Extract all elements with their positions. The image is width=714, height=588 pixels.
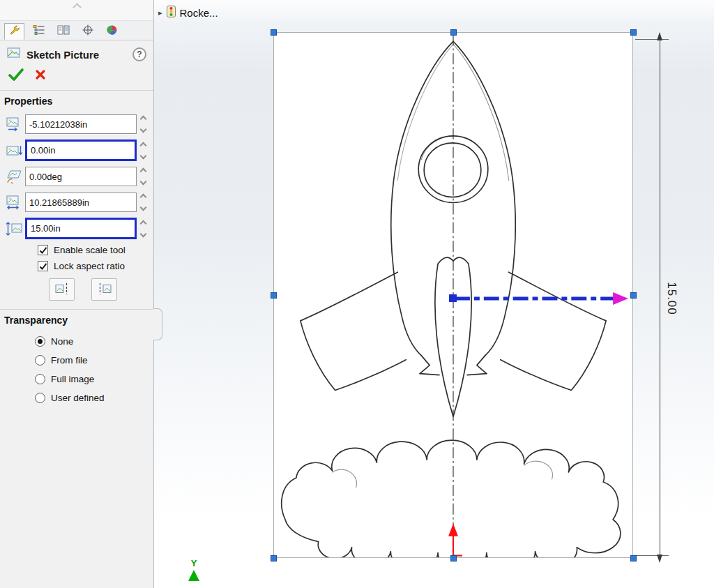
selection-handle-bottom-left[interactable] [271,555,277,561]
align-buttons [49,278,153,301]
splitter-chevron-icon [73,3,82,12]
scale-line-grip[interactable] [449,294,457,302]
selection-handle-bottom-center[interactable] [450,555,457,561]
picture-position-x-icon [3,116,25,133]
enable-scale-tool-checkbox[interactable] [38,245,48,255]
wrench-tool-icon [8,24,21,38]
tab-property-manager[interactable] [4,23,24,40]
sketch-origin [448,524,462,556]
align-picture-left-icon [54,282,70,298]
panel-splitter[interactable] [0,0,153,21]
align-picture-right-button[interactable] [91,278,117,301]
position-y-input[interactable] [25,140,137,161]
part-document-icon [167,6,176,20]
solidworks-window: Sketch Picture ? Properties [0,0,714,588]
width-spinner[interactable] [137,192,149,213]
align-picture-left-button[interactable] [49,278,75,301]
transparency-user-defined-row: User defined [35,393,148,403]
crosshair-icon [82,24,94,38]
panel-title: Sketch Picture [26,49,127,61]
cancel-button[interactable] [35,69,46,82]
selection-handle-mid-left[interactable] [271,292,277,299]
feature-tree-icon [33,24,45,38]
transparency-none-label: None [51,336,73,347]
position-y-spinner[interactable] [137,140,149,161]
tab-display-manager[interactable] [102,23,122,40]
y-axis-label: Y [183,559,204,568]
tab-feature-tree[interactable] [29,23,49,40]
angle-input[interactable] [25,167,137,186]
scale-tool-line[interactable] [449,292,628,305]
selection-handle-bottom-right[interactable] [630,555,637,561]
position-y-row [3,140,149,161]
dimension-line [660,40,660,555]
properties-heading: Properties [0,91,153,109]
rocket-sketch [274,33,632,557]
ok-button[interactable] [8,68,24,83]
panel-actions [0,66,153,90]
dimension-extension-top [635,39,669,40]
panel-flyout-handle[interactable] [153,308,162,340]
dimension-arrow-down-icon [657,555,662,563]
cancel-x-icon [35,69,46,82]
lock-aspect-ratio-row: Lock aspect ratio [38,261,148,271]
property-manager-panel: Sketch Picture ? Properties [0,0,154,588]
selection-handle-top-right[interactable] [630,29,637,36]
scale-line-arrow[interactable] [613,292,628,305]
y-axis-arrow-icon [188,570,199,581]
picture-height-icon [3,220,25,237]
transparency-from-file-row: From file [35,355,148,365]
picture-position-y-icon [3,142,25,159]
dimension-extension-bottom [635,555,669,556]
enable-scale-tool-label: Enable scale tool [54,245,126,255]
height-spinner[interactable] [137,218,149,239]
position-x-input[interactable] [25,114,137,134]
width-input[interactable] [25,193,137,212]
position-x-spinner[interactable] [137,114,149,135]
transparency-full-image-label: Full image [51,374,94,384]
manager-tabs [0,21,153,40]
selection-handle-mid-right[interactable] [630,292,637,299]
height-input[interactable] [25,218,137,239]
transparency-full-image-row: Full image [35,374,148,384]
lock-aspect-ratio-checkbox[interactable] [38,261,48,271]
selection-handle-top-left[interactable] [271,29,277,36]
transparency-none-radio[interactable] [35,336,45,347]
dimension-arrow-up-icon [657,32,662,40]
transparency-user-defined-radio[interactable] [35,393,45,403]
breadcrumb: ▸ Rocke... [158,6,218,20]
split-panes-icon [57,24,70,38]
dimension-value[interactable]: 15.00 [664,282,678,315]
transparency-full-image-radio[interactable] [35,374,45,384]
position-x-row [3,114,149,135]
picture-width-icon [3,194,25,211]
help-button[interactable]: ? [132,47,146,61]
lock-aspect-ratio-label: Lock aspect ratio [54,261,125,271]
sketch-picture-canvas[interactable] [273,32,633,558]
picture-angle-icon [3,168,25,185]
transparency-from-file-radio[interactable] [35,355,45,365]
tab-dimxpert[interactable] [77,23,98,40]
coordinate-triad: Y [183,559,204,581]
sketch-picture-icon [7,47,21,62]
tab-split-display[interactable] [53,23,73,40]
breadcrumb-expand-icon[interactable]: ▸ [158,8,162,17]
transparency-none-row: None [35,336,148,347]
graphics-area[interactable]: ▸ Rocke... [154,0,714,588]
angle-row [3,166,149,187]
align-picture-right-icon [97,282,112,298]
panel-header: Sketch Picture ? [0,40,153,66]
selection-handle-top-center[interactable] [450,29,457,36]
height-row [3,218,149,239]
ok-check-icon [8,68,24,83]
enable-scale-tool-row: Enable scale tool [38,245,148,255]
transparency-user-defined-label: User defined [51,393,105,403]
display-sphere-icon [106,24,119,38]
angle-spinner[interactable] [137,166,149,187]
transparency-from-file-label: From file [51,355,88,365]
breadcrumb-item[interactable]: Rocke... [180,7,218,19]
width-row [3,192,149,213]
transparency-heading: Transparency [0,310,153,328]
